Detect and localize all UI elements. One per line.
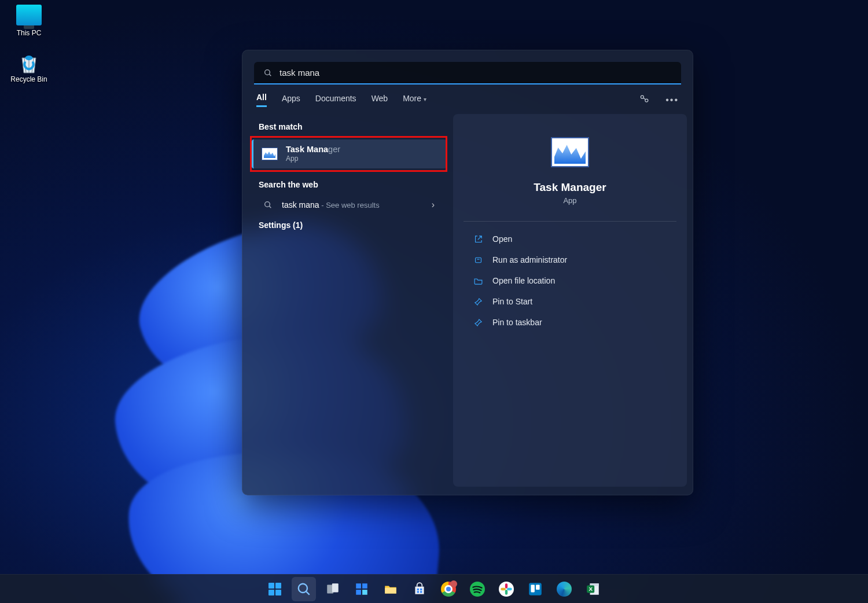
desktop-icon-label: Recycle Bin (6, 75, 52, 83)
start-search-panel: All Apps Documents Web More▾ ••• Best ma… (242, 50, 693, 495)
taskbar-search[interactable] (292, 577, 316, 601)
svg-rect-19 (505, 590, 507, 595)
chevron-right-icon: › (432, 200, 435, 210)
monitor-icon (16, 5, 42, 25)
task-manager-icon (262, 148, 278, 160)
svg-rect-4 (475, 258, 481, 263)
search-icon (263, 200, 273, 209)
best-match-title: Task Manager (286, 145, 340, 155)
svg-rect-14 (420, 588, 422, 590)
section-best-match: Best match (248, 116, 450, 137)
taskbar-edge[interactable] (552, 577, 576, 601)
pin-icon (473, 317, 483, 328)
spotify-icon (470, 582, 485, 597)
best-match-result[interactable]: Task Manager App (252, 139, 446, 168)
desktop-icons: This PC Recycle Bin (6, 5, 52, 97)
taskbar-task-view[interactable] (321, 577, 345, 601)
results-column: Best match Task Manager App Search the w… (242, 111, 450, 495)
svg-rect-13 (417, 588, 419, 590)
svg-rect-9 (362, 583, 367, 589)
edge-icon (557, 582, 572, 597)
task-view-icon (325, 582, 340, 597)
section-settings[interactable]: Settings (1) (248, 215, 450, 236)
taskbar-slack[interactable] (494, 577, 518, 601)
filter-documents[interactable]: Documents (315, 94, 356, 106)
taskbar-ms-store[interactable] (407, 577, 432, 601)
web-result-item[interactable]: task mana - See web results › (248, 195, 450, 215)
filter-tabs: All Apps Documents Web More▾ ••• (242, 84, 693, 111)
taskbar-chrome[interactable] (436, 577, 461, 601)
search-icon (263, 68, 273, 78)
filter-web[interactable]: Web (372, 94, 388, 106)
svg-rect-12 (385, 587, 396, 593)
pin-icon (473, 296, 483, 307)
task-manager-icon (551, 137, 589, 167)
widgets-icon (354, 582, 369, 597)
chevron-down-icon: ▾ (424, 96, 426, 102)
svg-rect-10 (356, 590, 361, 595)
trello-icon (528, 582, 543, 597)
svg-rect-16 (420, 591, 422, 593)
taskbar-widgets[interactable] (350, 577, 374, 601)
svg-rect-7 (332, 583, 339, 592)
recycle-bin-icon (16, 51, 42, 72)
svg-point-3 (265, 202, 270, 207)
desktop-icon-label: This PC (6, 29, 52, 37)
svg-rect-20 (507, 587, 512, 590)
search-input[interactable] (279, 68, 672, 78)
search-icon (296, 582, 311, 597)
best-match-subtitle: App (286, 155, 340, 163)
action-open[interactable]: Open (468, 229, 672, 249)
svg-rect-8 (356, 583, 361, 589)
filter-apps[interactable]: Apps (282, 94, 300, 106)
more-options-icon[interactable]: ••• (665, 95, 679, 105)
store-icon (412, 582, 427, 597)
taskbar-file-explorer[interactable] (378, 577, 403, 601)
taskbar-trello[interactable] (523, 577, 547, 601)
open-icon (473, 234, 483, 244)
svg-rect-23 (536, 584, 540, 590)
excel-icon: X (586, 582, 601, 597)
svg-point-2 (645, 99, 648, 102)
action-pin-taskbar[interactable]: Pin to taskbar (468, 312, 672, 333)
windows-logo-icon (269, 583, 281, 595)
taskbar-spotify[interactable] (465, 577, 490, 601)
detail-title: Task Manager (534, 181, 606, 194)
desktop-icon-this-pc[interactable]: This PC (6, 5, 52, 37)
search-scope-icon[interactable] (639, 93, 650, 107)
svg-rect-11 (362, 590, 367, 595)
chrome-icon (441, 582, 456, 597)
filter-all[interactable]: All (256, 93, 267, 107)
taskbar-excel[interactable]: X (581, 577, 605, 601)
slack-icon (499, 582, 514, 597)
action-pin-start[interactable]: Pin to Start (468, 291, 672, 312)
taskbar: X (0, 574, 868, 603)
svg-point-0 (265, 69, 270, 75)
svg-rect-22 (531, 584, 535, 592)
desktop-icon-recycle-bin[interactable]: Recycle Bin (6, 51, 52, 83)
action-open-location[interactable]: Open file location (468, 270, 672, 291)
svg-point-1 (641, 95, 644, 98)
detail-pane: Task Manager App Open Run as administrat… (453, 114, 687, 487)
shield-icon (473, 255, 483, 265)
detail-subtitle: App (563, 196, 576, 205)
taskbar-start[interactable] (263, 577, 287, 601)
svg-rect-17 (505, 583, 507, 589)
folder-icon (473, 275, 483, 286)
filter-more[interactable]: More▾ (403, 94, 426, 106)
section-search-web: Search the web (248, 174, 450, 195)
svg-rect-18 (501, 587, 506, 590)
svg-text:X: X (589, 586, 593, 592)
svg-point-5 (299, 583, 307, 592)
folder-icon (383, 582, 398, 597)
svg-rect-15 (417, 591, 419, 593)
action-run-as-admin[interactable]: Run as administrator (468, 249, 672, 270)
search-bar[interactable] (254, 62, 681, 84)
